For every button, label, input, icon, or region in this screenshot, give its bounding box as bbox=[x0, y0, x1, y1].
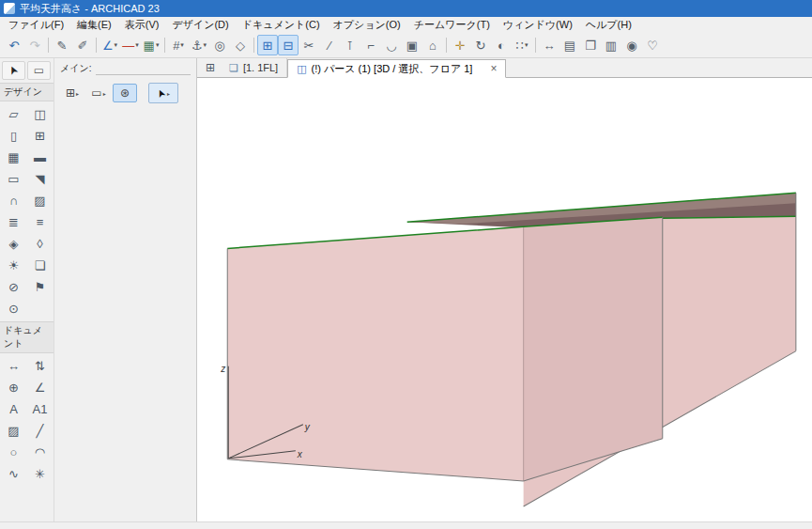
menu-item[interactable]: デザイン(D) bbox=[165, 17, 235, 33]
dimension-tool[interactable]: ↔ bbox=[2, 356, 26, 376]
toolbar-icon bbox=[535, 38, 536, 53]
cursor-arrow-icon: ➤ bbox=[155, 86, 168, 99]
pane-layout-button[interactable]: ⊞ bbox=[200, 59, 221, 76]
beam-tool[interactable]: ▬ bbox=[28, 148, 53, 167]
hotspot-2d-tool[interactable]: ✳ bbox=[28, 464, 53, 484]
fillet-icon[interactable]: ◡ bbox=[381, 35, 402, 55]
menu-item[interactable]: ヘルプ(H) bbox=[579, 17, 638, 33]
text-tool[interactable]: A bbox=[2, 399, 26, 419]
tab-3d-perspective[interactable]: ◫ (!) パース (1) [3D / 選択、フロア 1] × bbox=[287, 59, 506, 78]
toolbar-icon bbox=[446, 38, 447, 53]
infobox-divider bbox=[96, 65, 191, 75]
favorites-icon[interactable]: ♡ bbox=[642, 35, 663, 55]
axis-label-y: y bbox=[304, 422, 311, 432]
column-tool[interactable]: ▯ bbox=[2, 126, 26, 146]
menu-item[interactable]: 編集(E) bbox=[70, 17, 118, 33]
guide-lines-icon[interactable]: ∠ bbox=[100, 35, 120, 55]
stretch-icon[interactable]: ▣ bbox=[402, 35, 422, 55]
circle-tool[interactable]: ○ bbox=[2, 443, 26, 462]
fill-tool[interactable]: ▨ bbox=[2, 421, 26, 441]
menu-item[interactable]: オプション(O) bbox=[327, 17, 407, 33]
intersect-icon[interactable]: ⌐ bbox=[360, 35, 381, 55]
zone-tool[interactable]: ◊ bbox=[28, 234, 53, 254]
marquee-tool[interactable]: ▭ bbox=[27, 61, 51, 80]
snap-guide-icon[interactable]: ⊟ bbox=[278, 35, 299, 55]
gravity-icon[interactable]: ⚓ bbox=[189, 35, 209, 55]
line-pen-icon[interactable]: — bbox=[120, 35, 141, 55]
level-dimension-tool[interactable]: ⇅ bbox=[28, 356, 53, 376]
multiply-icon[interactable]: ∷ bbox=[512, 35, 532, 55]
zone-update-icon[interactable]: ▤ bbox=[559, 35, 580, 55]
look-to-icon[interactable]: ⌂ bbox=[422, 35, 443, 55]
layers-icon[interactable]: ❐ bbox=[580, 35, 601, 55]
axis-label-z: z bbox=[220, 364, 225, 374]
fill-preview-icon[interactable]: ▦ bbox=[141, 35, 161, 55]
tab-view-icon: ◫ bbox=[297, 64, 306, 74]
railing-tool[interactable]: ≡ bbox=[28, 212, 53, 232]
shell-tool[interactable]: ∩ bbox=[2, 191, 26, 210]
menu-item[interactable]: 表示(V) bbox=[118, 17, 166, 33]
section-marker-icon[interactable]: ▥ bbox=[601, 35, 621, 55]
mirror-icon[interactable]: ◐ bbox=[491, 35, 512, 55]
toolbox-design-header[interactable]: デザイン bbox=[0, 83, 54, 101]
menu-item[interactable]: ドキュメント(C) bbox=[236, 17, 327, 33]
arc-tool[interactable]: ◠ bbox=[28, 443, 53, 462]
arrow-tool[interactable]: ➤ bbox=[2, 61, 25, 80]
element-snap-icon[interactable]: ⊞ bbox=[257, 35, 278, 55]
adjust-icon[interactable]: ⊺ bbox=[340, 35, 360, 55]
toolbox-panel: ➤ ▭ デザイン ▱ ◫ bbox=[0, 58, 54, 521]
window-title: 平均天井高さ - ARCHICAD 23 bbox=[20, 2, 160, 16]
pickup-parameters-icon[interactable]: ✎ bbox=[52, 35, 72, 55]
curtain-wall-tool[interactable]: ▦ bbox=[2, 148, 26, 167]
label-tool[interactable]: A1 bbox=[28, 399, 53, 419]
grid-snap-icon[interactable]: # bbox=[168, 35, 189, 55]
object-tool[interactable]: ❏ bbox=[28, 256, 53, 275]
roof-tool[interactable]: ◥ bbox=[28, 169, 53, 189]
rotate-icon[interactable]: ↻ bbox=[470, 35, 491, 55]
cursor-snap-icon[interactable]: ◎ bbox=[209, 35, 230, 55]
flyout-chevron-icon: ▸ bbox=[167, 90, 170, 97]
hotspot-tool[interactable]: ⊙ bbox=[2, 299, 26, 319]
infobox-panel: メイン: ⊞ ▸ ▭ ▸ bbox=[54, 58, 197, 521]
marquee-flyout-button[interactable]: ▭ ▸ bbox=[86, 84, 111, 102]
line-tool[interactable]: ╱ bbox=[28, 421, 53, 441]
opening-tool[interactable]: ⊘ bbox=[2, 277, 26, 297]
toolbox-document-header[interactable]: ドキュメント bbox=[0, 321, 54, 353]
select-tools-row: ➤ ▭ bbox=[0, 58, 54, 83]
split-icon[interactable]: ∕ bbox=[319, 35, 340, 55]
front-box-front-wall bbox=[227, 226, 523, 481]
spline-tool[interactable]: ∿ bbox=[2, 464, 26, 484]
orbit-button[interactable]: ⊛ bbox=[113, 84, 137, 102]
layout-flyout-button[interactable]: ⊞ ▸ bbox=[60, 84, 84, 102]
slab-tool[interactable]: ▭ bbox=[2, 169, 26, 189]
wall-tool[interactable]: ▱ bbox=[2, 104, 26, 124]
toolbar-icon bbox=[253, 38, 254, 53]
menu-item[interactable]: ファイル(F) bbox=[2, 17, 70, 33]
title-bar[interactable]: 平均天井高さ - ARCHICAD 23 bbox=[0, 0, 812, 17]
stair-tool[interactable]: ≣ bbox=[2, 212, 26, 232]
menu-item[interactable]: チームワーク(T) bbox=[407, 17, 497, 33]
morph-tool[interactable]: ◈ bbox=[2, 234, 26, 254]
drag-icon[interactable]: ✛ bbox=[450, 35, 470, 55]
redo-icon[interactable]: ↷ bbox=[24, 35, 45, 55]
archicad-window: 平均天井高さ - ARCHICAD 23 ファイル(F) 編集(E) 表示(V)… bbox=[0, 0, 812, 529]
tab-floor-plan[interactable]: ❏ [1. 1FL] bbox=[221, 58, 287, 77]
inject-parameters-icon[interactable]: ✐ bbox=[72, 35, 93, 55]
door-tool[interactable]: ◫ bbox=[28, 104, 53, 124]
tab-close-button[interactable]: × bbox=[490, 63, 497, 74]
trim-icon[interactable]: ✂ bbox=[299, 35, 319, 55]
mesh-tool[interactable]: ▨ bbox=[28, 191, 53, 210]
toolbar-icon bbox=[164, 38, 165, 53]
stamp-tool[interactable]: ⚑ bbox=[28, 277, 53, 297]
window-tool[interactable]: ⊞ bbox=[28, 126, 53, 146]
camera-icon[interactable]: ◉ bbox=[621, 35, 642, 55]
editing-plane-icon[interactable]: ◇ bbox=[230, 35, 251, 55]
arrow-flyout-button[interactable]: ➤ ▸ bbox=[148, 83, 178, 103]
elevation-dimension-tool[interactable]: ⊕ bbox=[2, 378, 26, 397]
angle-dimension-tool[interactable]: ∠ bbox=[28, 378, 53, 397]
lamp-tool[interactable]: ☀ bbox=[2, 256, 26, 275]
drawing-canvas[interactable]: z y x bbox=[197, 78, 812, 521]
undo-icon[interactable]: ↶ bbox=[4, 35, 24, 55]
dimension-icon[interactable]: ↔ bbox=[539, 35, 559, 55]
menu-item[interactable]: ウィンドウ(W) bbox=[497, 17, 579, 33]
